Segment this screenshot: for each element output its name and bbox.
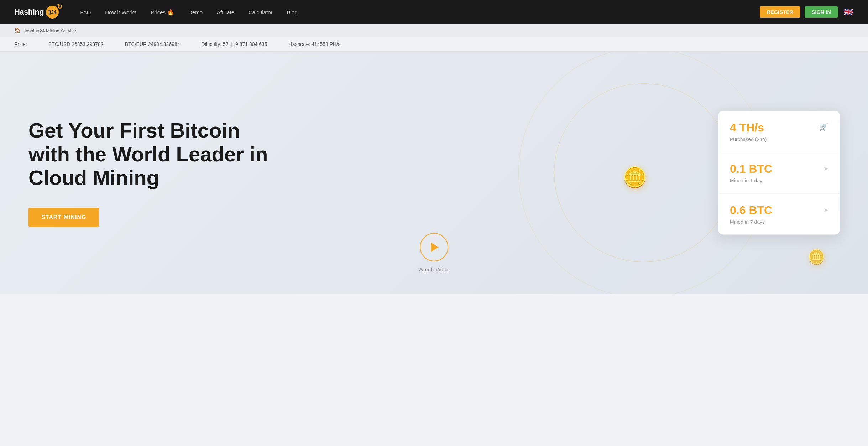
signin-button[interactable]: SIGN IN xyxy=(805,6,838,18)
stat-1day-content: 0.1 BTC Mined in 1 day xyxy=(730,162,772,183)
price-label: Price: xyxy=(14,41,27,47)
logo[interactable]: Hashing ₿24 ↻ xyxy=(14,6,59,19)
stat-row-7days: 0.6 BTC Mined in 7 days ➤ xyxy=(718,194,840,235)
stat-hashrate-value: 4 TH/s xyxy=(730,121,767,134)
stat-row-hashrate: 4 TH/s Purchased (24h) 🛒 xyxy=(718,111,840,152)
difficulty: Difficulty: 57 119 871 304 635 xyxy=(202,41,267,47)
nav-actions: REGISTER SIGN IN 🇬🇧 xyxy=(760,6,854,18)
stat-7day-content: 0.6 BTC Mined in 7 days xyxy=(730,204,772,225)
coin-decoration-2: 🪙 xyxy=(807,249,825,265)
hero-section: Get Your First Bitcoin with the World Le… xyxy=(0,52,868,294)
stat-row-1day: 0.1 BTC Mined in 1 day ➤ xyxy=(718,152,840,194)
arrow-icon-1: ➤ xyxy=(823,165,828,172)
nav-faq[interactable]: FAQ xyxy=(80,9,91,15)
stat-hashrate-content: 4 TH/s Purchased (24h) xyxy=(730,121,767,142)
stat-1day-value: 0.1 BTC xyxy=(730,162,772,176)
nav-blog[interactable]: Blog xyxy=(287,9,298,15)
stats-card: 4 TH/s Purchased (24h) 🛒 0.1 BTC Mined i… xyxy=(718,111,840,235)
nav-demo[interactable]: Demo xyxy=(188,9,203,15)
stat-hashrate-label: Purchased (24h) xyxy=(730,136,767,142)
stat-7day-label: Mined in 7 days xyxy=(730,219,772,225)
fire-icon: 🔥 xyxy=(167,9,174,16)
watch-video-label: Watch Video xyxy=(418,266,450,273)
nav-links: FAQ How it Works Prices 🔥 Demo Affiliate… xyxy=(80,9,760,16)
main-nav: Hashing ₿24 ↻ FAQ How it Works Prices 🔥 … xyxy=(0,0,868,24)
nav-affiliate[interactable]: Affiliate xyxy=(217,9,234,15)
logo-text: Hashing xyxy=(14,7,44,17)
nav-how-it-works[interactable]: How it Works xyxy=(105,9,136,15)
hero-title: Get Your First Bitcoin with the World Le… xyxy=(28,119,278,190)
logo-badge: ₿24 ↻ xyxy=(46,6,59,19)
stat-7day-value: 0.6 BTC xyxy=(730,204,772,217)
watch-video-area[interactable]: Watch Video xyxy=(418,233,450,273)
btc-usd: BTC/USD 26353.293782 xyxy=(48,41,104,47)
play-button[interactable] xyxy=(420,233,448,261)
ticker-bar: Price: BTC/USD 26353.293782 BTC/EUR 2490… xyxy=(0,37,868,52)
start-mining-button[interactable]: START MINING xyxy=(28,208,99,227)
logo-arrow-icon: ↻ xyxy=(57,3,62,11)
play-triangle-icon xyxy=(431,243,439,252)
breadcrumb-label: Hashing24 Mining Service xyxy=(22,28,76,33)
cart-icon: 🛒 xyxy=(819,123,828,131)
nav-prices[interactable]: Prices 🔥 xyxy=(151,9,174,16)
home-icon: 🏠 xyxy=(14,28,20,33)
register-button[interactable]: REGISTER xyxy=(760,6,800,18)
language-flag[interactable]: 🇬🇧 xyxy=(842,6,854,18)
hashrate: Hashrate: 414558 PH/s xyxy=(289,41,341,47)
stat-1day-label: Mined in 1 day xyxy=(730,178,772,183)
coin-decoration-1: 🪙 xyxy=(622,166,647,189)
nav-calculator[interactable]: Calculator xyxy=(249,9,273,15)
breadcrumb: 🏠 Hashing24 Mining Service xyxy=(0,24,868,37)
hero-content: Get Your First Bitcoin with the World Le… xyxy=(28,119,278,227)
arrow-icon-2: ➤ xyxy=(823,207,828,213)
btc-eur: BTC/EUR 24904.336984 xyxy=(125,41,180,47)
